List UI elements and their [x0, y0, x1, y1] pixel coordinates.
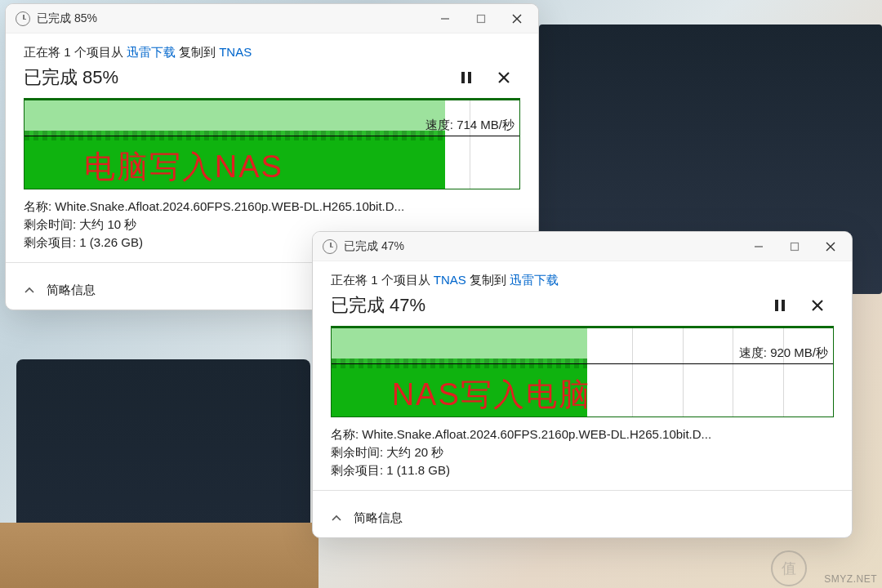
- maximize-button[interactable]: [777, 234, 813, 260]
- minimize-button[interactable]: [741, 234, 777, 260]
- cancel-button[interactable]: [801, 293, 834, 318]
- divider: [313, 490, 852, 491]
- close-button[interactable]: [813, 234, 849, 260]
- chart-midline: [332, 363, 833, 364]
- file-name-row: 名称: White.Snake.Afloat.2024.60FPS.2160p.…: [331, 427, 834, 443]
- copy-mid: 复制到: [466, 273, 510, 287]
- svg-rect-9: [791, 243, 799, 250]
- cancel-button[interactable]: [488, 65, 520, 90]
- clock-icon: [16, 11, 30, 26]
- speed-label: 速度: 920 MB/秒: [739, 345, 828, 361]
- speed-label: 速度: 714 MB/秒: [425, 118, 514, 133]
- dest-link[interactable]: TNAS: [219, 45, 252, 59]
- maximize-button[interactable]: [463, 6, 499, 32]
- copy-prefix: 正在将 1 个项目从: [24, 45, 127, 59]
- copy-dialog-2: 已完成 47% 正在将 1 个项目从 TNAS 复制到 迅雷下载 已完成 47%: [312, 231, 853, 538]
- copy-description: 正在将 1 个项目从 迅雷下载 复制到 TNAS: [24, 45, 520, 60]
- transfer-chart: 速度: 714 MB/秒 电脑写入NAS: [24, 98, 520, 189]
- chart-midline: [24, 136, 519, 136]
- copy-description: 正在将 1 个项目从 TNAS 复制到 迅雷下载: [331, 273, 834, 288]
- close-button[interactable]: [499, 6, 535, 32]
- source-link[interactable]: TNAS: [434, 273, 466, 287]
- progress-heading: 已完成 47%: [331, 293, 759, 318]
- chevron-up-icon: [24, 285, 35, 296]
- copy-mid: 复制到: [176, 45, 219, 59]
- minimize-button[interactable]: [427, 6, 463, 32]
- dest-link[interactable]: 迅雷下载: [510, 273, 559, 287]
- svg-rect-5: [468, 72, 471, 83]
- watermark-text: SMYZ.NET: [824, 573, 877, 585]
- clock-icon: [323, 239, 337, 254]
- pause-button[interactable]: [450, 65, 483, 90]
- progress-heading: 已完成 85%: [24, 65, 445, 90]
- items-remaining-row: 剩余项目: 1 (11.8 GB): [331, 463, 834, 479]
- watermark-badge: 值: [771, 550, 807, 586]
- chevron-up-icon: [331, 513, 342, 524]
- window-title: 已完成 47%: [344, 239, 404, 254]
- overlay-annotation: NAS写入电脑: [392, 374, 591, 416]
- pause-button[interactable]: [764, 293, 796, 318]
- transfer-chart: 速度: 920 MB/秒 NAS写入电脑: [331, 326, 834, 417]
- copy-prefix: 正在将 1 个项目从: [331, 273, 434, 287]
- svg-rect-12: [775, 300, 778, 311]
- file-name-row: 名称: White.Snake.Afloat.2024.60FPS.2160p.…: [24, 199, 520, 215]
- time-remaining-row: 剩余时间: 大约 20 秒: [331, 445, 834, 461]
- dialog-body: 正在将 1 个项目从 TNAS 复制到 迅雷下载 已完成 47% 速度: 920…: [313, 261, 852, 499]
- details-toggle[interactable]: 简略信息: [313, 499, 852, 537]
- source-link[interactable]: 迅雷下载: [127, 45, 176, 59]
- svg-rect-1: [478, 15, 485, 22]
- details-label: 简略信息: [354, 510, 403, 526]
- details-label: 简略信息: [47, 283, 96, 298]
- window-title: 已完成 85%: [37, 11, 97, 26]
- svg-rect-13: [782, 300, 785, 311]
- overlay-annotation: 电脑写入NAS: [84, 146, 283, 188]
- background-table: [0, 523, 318, 588]
- titlebar[interactable]: 已完成 85%: [6, 4, 538, 33]
- titlebar[interactable]: 已完成 47%: [313, 232, 852, 261]
- svg-rect-4: [461, 72, 465, 83]
